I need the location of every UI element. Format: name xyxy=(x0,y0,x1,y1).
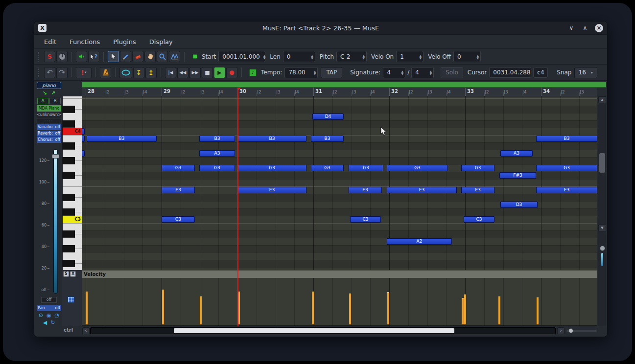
piano-black-key[interactable] xyxy=(63,230,75,238)
spinner-arrows[interactable]: ▲▼ xyxy=(311,54,313,59)
part-range-strip[interactable] xyxy=(82,82,606,88)
controller-variation[interactable]: Variatio off xyxy=(37,124,61,130)
volume-slider-track[interactable] xyxy=(53,149,58,294)
undo-button[interactable]: ↶ xyxy=(44,67,55,78)
velocity-bar[interactable] xyxy=(312,292,314,324)
velocity-bar[interactable] xyxy=(162,290,164,324)
redo-button[interactable]: ↷ xyxy=(56,67,68,78)
controller-reverb[interactable]: Reverb: off xyxy=(37,131,61,136)
midi-note[interactable]: G3 xyxy=(536,165,597,171)
vertical-zoom-bar[interactable] xyxy=(601,253,603,266)
pitch-spinbox[interactable]: C-2 ▲▼ xyxy=(336,51,367,62)
midi-note[interactable]: A3 xyxy=(199,150,235,157)
spinner-arrows[interactable]: ▲▼ xyxy=(430,70,432,75)
menu-plugins[interactable]: Plugins xyxy=(113,38,136,46)
ctrl-lane-label[interactable]: ctrl xyxy=(64,327,73,333)
midi-note[interactable]: E3 xyxy=(349,187,382,193)
piano-black-key[interactable] xyxy=(63,172,75,179)
tap-tempo-button[interactable]: TAP xyxy=(321,67,342,78)
scroll-right-button[interactable]: › xyxy=(557,327,564,334)
midi-note[interactable] xyxy=(82,128,85,135)
piano-black-key[interactable] xyxy=(63,245,75,252)
whatsthis-button[interactable]: ? xyxy=(88,51,99,62)
spinner-arrows[interactable]: ▲▼ xyxy=(263,54,266,59)
midi-note[interactable]: G3 xyxy=(387,165,448,171)
velocity-bar[interactable] xyxy=(462,298,464,324)
velocity-canvas[interactable] xyxy=(82,278,597,326)
tempo-spinbox[interactable]: 78.00 ▲▼ xyxy=(284,67,318,78)
scroll-down-button[interactable]: ▼ xyxy=(598,225,606,231)
rewind-button[interactable]: ◀◀ xyxy=(177,67,188,78)
piano-keyboard[interactable]: C4C3 xyxy=(62,96,82,270)
timeline-ruler[interactable]: 28|2|3|429|2|3|430|2|3|431|2|3|432|2|3|4… xyxy=(82,88,597,96)
midi-note[interactable]: B3 xyxy=(536,136,597,142)
midi-note[interactable]: G3 xyxy=(237,165,306,171)
panic-button[interactable]: ! ▾ xyxy=(76,67,92,78)
toolbar-handle[interactable] xyxy=(38,68,41,77)
menu-edit[interactable]: Edit xyxy=(44,38,56,46)
controller-close-button[interactable]: X xyxy=(70,271,76,277)
stop-button[interactable]: ■ xyxy=(202,67,213,78)
horizontal-scroll-thumb[interactable] xyxy=(174,328,454,333)
spin-down-icon[interactable]: ▼ xyxy=(430,72,432,75)
pan-tool-button[interactable] xyxy=(144,51,156,62)
menu-display[interactable]: Display xyxy=(149,38,173,46)
menu-functions[interactable]: Functions xyxy=(70,38,100,46)
midi-knob-button[interactable] xyxy=(56,51,68,62)
midi-note[interactable]: B3 xyxy=(311,136,344,142)
midi-note[interactable]: C3 xyxy=(350,216,381,223)
loop-button[interactable] xyxy=(119,67,132,78)
power-icon[interactable]: ⊙ xyxy=(39,312,43,318)
velocity-bar[interactable] xyxy=(498,296,500,324)
piano-black-key[interactable] xyxy=(63,157,75,164)
midi-note[interactable]: G3 xyxy=(461,165,494,171)
midi-note[interactable]: B3 xyxy=(87,136,157,142)
velo-off-spinbox[interactable]: 0 ▲▼ xyxy=(453,51,481,62)
piano-black-key[interactable] xyxy=(63,142,75,150)
velocity-bar[interactable] xyxy=(464,295,466,324)
midi-note[interactable]: E3 xyxy=(536,187,597,193)
spin-down-icon[interactable]: ▼ xyxy=(362,57,365,59)
preset-b-button[interactable]: B xyxy=(49,98,61,104)
draw-tool-button[interactable] xyxy=(169,51,180,62)
spin-down-icon[interactable]: ▼ xyxy=(314,72,316,75)
piano-black-key[interactable] xyxy=(63,208,75,216)
midi-activity-icon[interactable]: ◔ xyxy=(55,312,60,318)
velocity-bar[interactable] xyxy=(86,292,88,324)
midi-note[interactable]: D3 xyxy=(500,202,538,208)
part-tab-piano[interactable]: piano xyxy=(37,82,61,89)
signature-numerator-spinbox[interactable]: 4 ▲▼ xyxy=(383,67,405,78)
pianoroll-canvas[interactable]: B3B3B3B3B3D4A3A3G3G3G3G3G3G3G3G3F#3E3E3E… xyxy=(82,96,597,270)
spinner-arrows[interactable]: ▲▼ xyxy=(420,54,422,59)
start-spinbox[interactable]: 0001.01.000 ▲▼ xyxy=(218,51,265,62)
spin-down-icon[interactable]: ▼ xyxy=(476,57,479,59)
pencil-tool-button[interactable] xyxy=(120,51,131,62)
solo-button[interactable]: Solo xyxy=(441,67,463,78)
close-button[interactable]: × xyxy=(595,24,603,32)
prev-part-icon[interactable]: ↘ xyxy=(43,90,47,97)
highlighted-key-c4[interactable]: C4 xyxy=(63,128,82,135)
preset-a-button[interactable]: A xyxy=(37,98,48,104)
controller-chorus[interactable]: Chorus: off xyxy=(37,137,61,143)
spinner-arrows[interactable]: ▲▼ xyxy=(476,54,479,59)
midi-note[interactable]: D4 xyxy=(312,114,344,120)
midi-note[interactable]: F#3 xyxy=(499,172,536,179)
midi-note[interactable]: G3 xyxy=(162,165,195,171)
zoom-tool-button[interactable] xyxy=(157,51,168,62)
metronome-button[interactable] xyxy=(100,67,111,78)
vertical-zoom-knob[interactable] xyxy=(600,246,605,251)
midi-note[interactable]: E3 xyxy=(387,187,457,193)
piano-black-key[interactable] xyxy=(63,106,75,113)
zoom-slider-thumb[interactable] xyxy=(568,328,573,333)
spin-down-icon[interactable]: ▼ xyxy=(420,57,422,59)
snap-dropdown[interactable]: 16 ▾ xyxy=(574,67,597,78)
len-spinbox[interactable]: 0 ▲▼ xyxy=(283,51,315,62)
solo-edit-button[interactable]: S xyxy=(44,51,55,62)
piano-black-key[interactable] xyxy=(63,120,75,128)
shade-button[interactable]: ∨ xyxy=(567,24,575,31)
spinner-arrows[interactable]: ▲▼ xyxy=(314,70,316,75)
maximize-button[interactable]: ∧ xyxy=(581,24,589,31)
toolbar-handle[interactable] xyxy=(38,52,41,62)
horizontal-scrollbar-track[interactable] xyxy=(90,327,556,334)
midi-note[interactable]: G3 xyxy=(199,165,235,171)
